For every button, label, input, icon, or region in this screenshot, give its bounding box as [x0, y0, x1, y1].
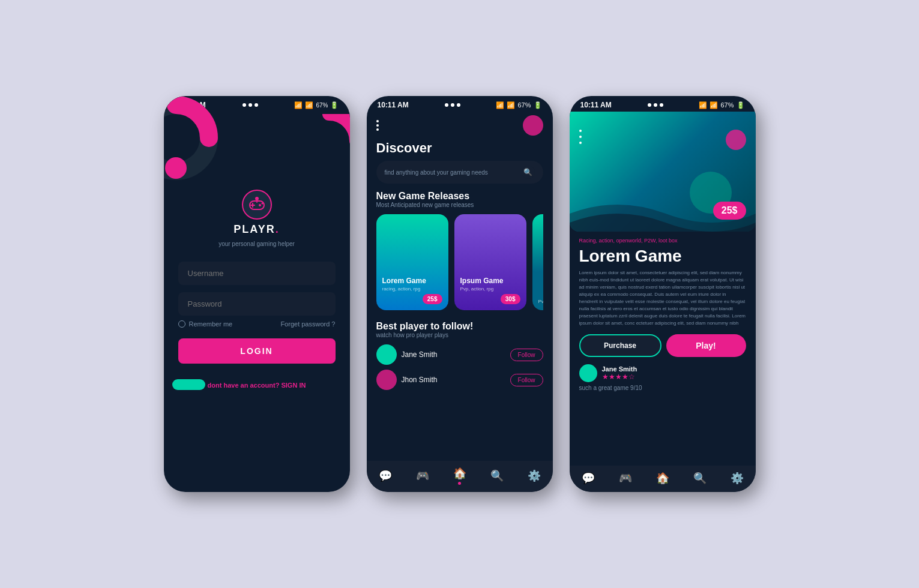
- status-time-3: 10:11 AM: [580, 101, 612, 109]
- nav-home-3[interactable]: 🏠: [656, 472, 669, 485]
- status-dots-3: [648, 103, 663, 107]
- player-left-1: Jane Smith: [376, 344, 438, 365]
- logo-area: PLAYR. your personal gaming helper: [218, 190, 295, 247]
- remember-me: Remember me: [178, 320, 233, 328]
- home-icon-3: 🏠: [656, 472, 669, 485]
- wifi-icon-1: 📶: [294, 101, 303, 109]
- signal-icon-2: 📶: [507, 101, 515, 109]
- search-bar[interactable]: find anything about your gaming needs 🔍: [376, 161, 543, 184]
- status-bar-1: 10:11 AM 📶 📶 67% 🔋: [164, 96, 350, 112]
- game-card-2-price: 30$: [501, 294, 520, 304]
- status-right-2: 📶 📶 67% 🔋: [496, 101, 541, 109]
- best-players-subtitle: watch how pro player plays: [376, 332, 543, 338]
- battery-3: 67%: [720, 101, 734, 109]
- game-detail-body: Racing, action, openworld, P2W, loot box…: [570, 232, 756, 466]
- nav-chat-2[interactable]: 💬: [379, 469, 392, 482]
- signin-link[interactable]: SIGN IN: [281, 382, 306, 389]
- signal-icon-1: 📶: [305, 101, 313, 109]
- player-avatar-2: [376, 370, 397, 390]
- wifi-icon-3: 📶: [699, 101, 707, 109]
- review-user-info: Jane Smith ★★★★☆: [602, 365, 637, 381]
- wifi-icon-2: 📶: [496, 101, 504, 109]
- forget-password-link[interactable]: Forget password ?: [280, 320, 335, 328]
- purchase-button[interactable]: Purchase: [579, 334, 661, 357]
- player-avatar-1: [376, 344, 397, 365]
- nav-chat-3[interactable]: 💬: [582, 472, 595, 485]
- best-players-title: Best player to follow!: [376, 321, 543, 332]
- nav-search-3[interactable]: 🔍: [693, 472, 707, 485]
- nav-home-2[interactable]: 🏠: [453, 467, 466, 485]
- user-avatar-2[interactable]: [523, 115, 543, 136]
- player-name-1: Jane Smith: [402, 350, 438, 359]
- follow-button-2[interactable]: Follow: [510, 374, 543, 386]
- login-button[interactable]: LOGIN: [178, 338, 336, 364]
- player-item-1: Jane Smith Follow: [376, 344, 543, 365]
- gamepad-icon-2: 🎮: [416, 469, 429, 482]
- search-icon: 🔍: [522, 166, 535, 179]
- remember-checkbox[interactable]: [178, 320, 185, 328]
- play-button[interactable]: Play!: [666, 334, 746, 357]
- nav-settings-2[interactable]: ⚙️: [528, 469, 541, 482]
- menu-dot-1: [376, 120, 379, 122]
- password-input[interactable]: [178, 292, 336, 316]
- phones-container: 10:11 AM 📶 📶 67% 🔋: [164, 96, 756, 492]
- status-time-2: 10:11 AM: [378, 101, 409, 109]
- nav-search-2[interactable]: 🔍: [490, 469, 504, 482]
- discover-content: Discover find anything about your gaming…: [367, 112, 553, 461]
- discover-title: Discover: [376, 140, 543, 156]
- game-title: Lorem Game: [579, 247, 746, 266]
- chat-icon-3: 💬: [582, 472, 595, 485]
- battery-icon-1: 🔋: [330, 101, 339, 109]
- search-nav-icon-2: 🔍: [490, 469, 504, 482]
- game-card-2[interactable]: Ipsum Game Pvp, action, rpg 30$: [454, 214, 526, 310]
- nav-gamepad-2[interactable]: 🎮: [416, 469, 429, 482]
- battery-icon-3: 🔋: [737, 101, 745, 109]
- top-nav-2: [376, 115, 543, 136]
- game-card-1-tags: racing, action, rpg: [382, 286, 442, 292]
- game-card-1[interactable]: Lorem Game racing, action, rpg 25$: [376, 214, 448, 310]
- review-avatar: [579, 364, 597, 382]
- status-bar-3: 10:11 AM 📶 📶 67% 🔋: [570, 96, 756, 112]
- search-placeholder: find anything about your gaming needs: [385, 169, 488, 176]
- review-section: Jane Smith ★★★★☆ such a great game 9/10: [579, 364, 746, 391]
- menu-dot-3: [376, 128, 379, 131]
- menu-dot-b: [579, 136, 582, 138]
- svg-point-3: [259, 204, 261, 206]
- phone-login: 10:11 AM 📶 📶 67% 🔋: [164, 96, 350, 492]
- player-name-2: Jhon Smith: [402, 376, 438, 384]
- signup-text: dont have an account? SIGN IN: [208, 382, 306, 389]
- menu-button-2[interactable]: [376, 120, 379, 131]
- user-avatar-3[interactable]: [726, 130, 746, 150]
- signal-icon-3: 📶: [710, 101, 718, 109]
- players-list: Jane Smith Follow Jhon Smith Follow: [376, 344, 543, 390]
- login-form: Remember me Forget password ? LOGIN: [178, 262, 336, 364]
- chat-icon-2: 💬: [379, 469, 392, 482]
- bottom-nav-2: 💬 🎮 🏠 🔍 ⚙️: [367, 461, 553, 492]
- battery-2: 67%: [517, 101, 531, 109]
- status-dots-2: [445, 103, 460, 107]
- login-content: PLAYR. your personal gaming helper Remem…: [164, 112, 350, 492]
- menu-dot-a: [579, 130, 582, 132]
- game-description: Lorem ipsum dolor sit amet, consectetuer…: [579, 269, 746, 327]
- game-price-badge: 25$: [713, 202, 746, 220]
- status-right-3: 📶 📶 67% 🔋: [699, 101, 744, 109]
- logo-icon: [242, 190, 272, 220]
- follow-button-1[interactable]: Follow: [510, 349, 543, 361]
- game-card-3-tags: Pvp, act...: [538, 299, 543, 304]
- game-tags: Racing, action, openworld, P2W, loot box: [579, 238, 746, 244]
- menu-dot-2: [376, 124, 379, 127]
- nav-gamepad-3[interactable]: 🎮: [619, 472, 632, 485]
- game-card-3[interactable]: Pvp, act...: [532, 214, 543, 310]
- reviewer-name: Jane Smith: [602, 365, 637, 373]
- remember-label: Remember me: [189, 320, 233, 328]
- username-input[interactable]: [178, 262, 336, 285]
- settings-icon-2: ⚙️: [528, 469, 541, 482]
- gamepad-logo-icon: [248, 196, 266, 214]
- search-nav-icon-3: 🔍: [693, 472, 707, 485]
- header-menu[interactable]: [579, 130, 582, 144]
- nav-settings-3[interactable]: ⚙️: [731, 472, 744, 485]
- game-card-1-price: 25$: [423, 294, 442, 304]
- player-item-2: Jhon Smith Follow: [376, 370, 543, 390]
- svg-point-7: [255, 197, 259, 200]
- gamepad-icon-3: 🎮: [619, 472, 632, 485]
